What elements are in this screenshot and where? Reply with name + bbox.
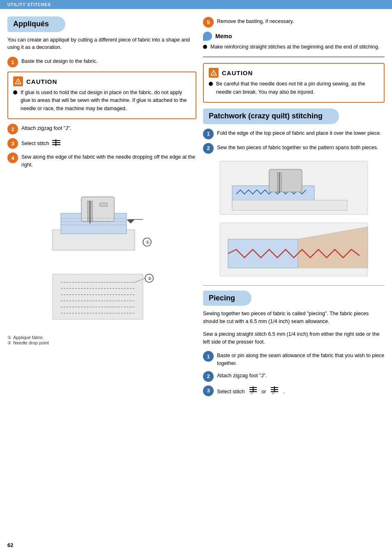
piecing-step-2-text: Attach zigzag foot "J". bbox=[217, 371, 267, 380]
step-1: 1 Baste the cut design to the fabric. bbox=[7, 56, 196, 67]
stitch-p-svg-2: iP bbox=[269, 386, 280, 395]
patchwork-title: Patchwork (crazy quilt) stitching bbox=[209, 112, 323, 121]
sewing-machine-svg: ① bbox=[40, 172, 164, 263]
caution-title-1: CAUTION bbox=[26, 78, 57, 85]
svg-text:!: ! bbox=[18, 80, 19, 84]
caution-box-1: ! CAUTION If glue is used to hold the cu… bbox=[7, 72, 196, 119]
svg-rect-5 bbox=[55, 139, 56, 146]
svg-text:①: ① bbox=[146, 240, 150, 245]
piecing-step-2: 2 Attach zigzag foot "J". bbox=[203, 371, 385, 382]
piecing-step-2-circle: 2 bbox=[203, 371, 214, 382]
caption-label-2: Needle drop point bbox=[13, 340, 49, 345]
caption-2: ② Needle drop point bbox=[7, 340, 196, 346]
bullet-dot-2 bbox=[209, 82, 213, 86]
step-3-text: Select stitch bbox=[21, 138, 62, 149]
caption-area: ① Appliqué fabric ② Needle drop point bbox=[7, 335, 196, 346]
piecing-step-3: 3 Select stitch iP bbox=[203, 385, 385, 398]
svg-rect-34 bbox=[269, 169, 302, 192]
svg-rect-43 bbox=[253, 386, 254, 392]
caution-header-2: ! CAUTION bbox=[209, 68, 379, 78]
stitch-icon-1 bbox=[52, 139, 61, 149]
step-2-text: Attach zigzag foot "J". bbox=[21, 123, 71, 132]
patchwork-step-1: 1 Fold the edge of the top piece of fabr… bbox=[203, 128, 385, 139]
memo-title: Memo bbox=[215, 33, 232, 39]
step-2-circle: 2 bbox=[7, 124, 18, 134]
caution-text-2: Be careful that the needle does not hit … bbox=[216, 80, 379, 96]
patchwork-step-2: 2 Sew the two pieces of fabric together … bbox=[203, 143, 385, 154]
warning-icon: ! bbox=[15, 78, 21, 85]
step-4-circle: 4 bbox=[7, 152, 18, 163]
svg-rect-33 bbox=[232, 200, 347, 210]
piecing-desc-2: Sew a piecing straight stitch 6.5 mm (1/… bbox=[203, 330, 385, 346]
step-5-circle: 5 bbox=[203, 17, 214, 28]
memo-icon bbox=[203, 32, 212, 41]
caution-bullet-2: Be careful that the needle does not hit … bbox=[209, 80, 379, 96]
warning-icon-2: ! bbox=[210, 69, 217, 76]
memo-bullet: Make reinforcing straight stitches at th… bbox=[203, 43, 385, 51]
piecing-title: Piecing bbox=[209, 294, 235, 303]
appliques-title: Appliqués bbox=[13, 20, 49, 29]
step-2: 2 Attach zigzag foot "J". bbox=[7, 123, 196, 134]
caution-bullet-1: If glue is used to hold the cut design i… bbox=[13, 89, 191, 113]
memo-bullet-dot bbox=[203, 45, 207, 49]
step-5: 5 Remove the basting, if necessary. bbox=[203, 16, 385, 28]
piecing-step-3-text: Select stitch iP or bbox=[217, 385, 284, 398]
patchwork-step-1-text: Fold the edge of the top piece of fabric… bbox=[217, 128, 381, 137]
svg-rect-48 bbox=[274, 386, 275, 392]
piecing-step-1: 1 Baste or pin along the seam allowance … bbox=[203, 351, 385, 367]
step-5-text: Remove the basting, if necessary. bbox=[217, 16, 294, 25]
piecing-section: Piecing Sewing together two pieces of fa… bbox=[203, 291, 385, 398]
patchwork-svg bbox=[216, 157, 372, 280]
caution-text-1: If glue is used to hold the cut design i… bbox=[21, 89, 191, 113]
svg-marker-38 bbox=[228, 239, 298, 268]
svg-rect-19 bbox=[53, 274, 143, 319]
piecing-step-3-circle: 3 bbox=[203, 385, 214, 396]
patchwork-header: Patchwork (crazy quilt) stitching bbox=[203, 108, 339, 124]
stitch-icon-3: iP bbox=[269, 386, 280, 398]
svg-marker-12 bbox=[127, 219, 135, 224]
appliques-section-header: Appliqués bbox=[7, 16, 65, 32]
page-number: 62 bbox=[7, 542, 13, 548]
step-4-text: Sew along the edge of the fabric with th… bbox=[21, 152, 196, 169]
caution-icon-1: ! bbox=[13, 76, 23, 86]
svg-text:②: ② bbox=[148, 276, 152, 281]
caption-label-1: Appliqué fabric bbox=[13, 335, 43, 340]
appliques-description: You can create an appliqué by cutting a … bbox=[7, 36, 196, 52]
piecing-step-1-text: Baste or pin along the seam allowance of… bbox=[217, 351, 385, 367]
stitch-svg-1 bbox=[52, 139, 61, 146]
right-column: 5 Remove the basting, if necessary. Memo… bbox=[203, 16, 385, 401]
stitch-p-svg-1: iP bbox=[247, 386, 259, 395]
top-bar-label: UTILITY STITCHES bbox=[7, 2, 51, 7]
patchwork-section: Patchwork (crazy quilt) stitching 1 Fold… bbox=[203, 108, 385, 280]
step-1-text: Baste the cut design to the fabric. bbox=[21, 56, 98, 65]
left-column: Appliqués You can create an appliqué by … bbox=[7, 16, 196, 401]
svg-text:iP: iP bbox=[272, 392, 275, 395]
caution-title-2: CAUTION bbox=[222, 69, 253, 76]
piecing-step-1-circle: 1 bbox=[203, 351, 214, 362]
step-4: 4 Sew along the edge of the fabric with … bbox=[7, 152, 196, 169]
patchwork-illustration bbox=[203, 157, 385, 280]
patchwork-step-1-circle: 1 bbox=[203, 129, 214, 139]
caution-icon-2: ! bbox=[209, 68, 219, 78]
memo-header: Memo bbox=[203, 32, 385, 41]
top-bar: UTILITY STITCHES bbox=[0, 0, 392, 9]
caption-sym-2: ② bbox=[7, 340, 12, 346]
step-3: 3 Select stitch bbox=[7, 138, 196, 149]
caution-box-2: ! CAUTION Be careful that the needle doe… bbox=[203, 63, 385, 103]
caution-header-1: ! CAUTION bbox=[13, 76, 191, 86]
caption-sym-1: ① bbox=[7, 335, 12, 340]
fabric-lines-svg: ② bbox=[40, 266, 164, 332]
illustration-sewing-1: ① bbox=[7, 172, 196, 263]
svg-text:iP: iP bbox=[251, 392, 254, 395]
svg-text:!: ! bbox=[213, 72, 214, 76]
memo-text: Make reinforcing straight stitches at th… bbox=[210, 43, 379, 51]
svg-rect-10 bbox=[100, 203, 107, 206]
patchwork-step-2-text: Sew the two pieces of fabric together so… bbox=[217, 143, 378, 152]
illustration-sewing-2: ② bbox=[7, 266, 196, 332]
svg-rect-8 bbox=[81, 197, 114, 222]
piecing-header: Piecing bbox=[203, 291, 251, 306]
step-3-circle: 3 bbox=[7, 138, 18, 149]
memo-box: Memo Make reinforcing straight stitches … bbox=[203, 32, 385, 57]
piecing-desc-1: Sewing together two pieces of fabric is … bbox=[203, 310, 385, 325]
divider bbox=[203, 285, 385, 286]
